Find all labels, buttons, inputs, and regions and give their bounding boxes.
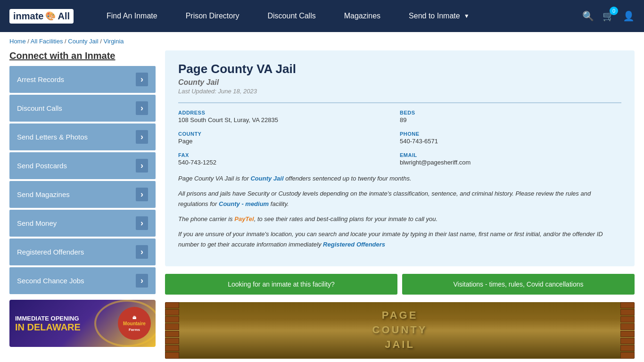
arrow-icon: › — [136, 274, 148, 288]
ad-immediate-text: IMMEDIATE OPENING — [15, 315, 81, 322]
sidebar-item-send-magazines[interactable]: Send Magazines › — [9, 181, 156, 208]
logo-icon: 🎨 — [45, 11, 56, 21]
facility-details: ADDRESS 108 South Court St, Luray, VA 22… — [178, 102, 621, 166]
arrow-icon: › — [136, 130, 148, 144]
search-button[interactable]: 🔍 — [582, 10, 594, 22]
registered-offenders-link[interactable]: Registered Offenders — [323, 241, 385, 248]
nav-discount-calls[interactable]: Discount Calls — [253, 0, 330, 32]
facility-updated: Last Updated: June 18, 2023 — [178, 88, 621, 95]
dropdown-arrow-icon: ▼ — [464, 13, 470, 19]
ad-text: IMMEDIATE OPENING IN DELAWARE — [15, 315, 81, 332]
address-label: ADDRESS — [178, 110, 400, 115]
logo[interactable]: inmate 🎨 All — [9, 9, 74, 24]
ad-logo-name: 🏔 Mountaire Farms — [123, 314, 146, 332]
sidebar-item-send-money[interactable]: Send Money › — [9, 210, 156, 237]
nav-links: Find An Inmate Prison Directory Discount… — [92, 0, 582, 32]
find-inmate-button[interactable]: Looking for an inmate at this facility? — [165, 274, 397, 295]
sidebar-menu: Arrest Records › Discount Calls › Send L… — [9, 66, 156, 294]
desc-4: If you are unsure of your inmate's locat… — [178, 229, 621, 250]
fax-value: 540-743-1252 — [178, 159, 400, 166]
facility-description: Page County VA Jail is for County Jail o… — [178, 173, 621, 250]
navbar: inmate 🎨 All Find An Inmate Prison Direc… — [0, 0, 644, 32]
sidebar-item-arrest-records[interactable]: Arrest Records › — [9, 66, 156, 93]
ad-logo: 🏔 Mountaire Farms — [118, 307, 151, 340]
logo-text: inmate — [13, 11, 43, 22]
sidebar-item-send-letters[interactable]: Send Letters & Photos › — [9, 123, 156, 150]
detail-col-left: ADDRESS 108 South Court St, Luray, VA 22… — [178, 110, 400, 166]
detail-phone: PHONE 540-743-6571 — [400, 131, 621, 145]
paytel-link[interactable]: PayTel — [234, 215, 254, 222]
ad-logo-circle: 🏔 Mountaire Farms — [118, 307, 151, 340]
phone-label: PHONE — [400, 131, 621, 137]
sidebar: Connect with an Inmate Arrest Records › … — [9, 50, 156, 359]
detail-fax: FAX 540-743-1252 — [178, 152, 400, 166]
desc-2: All prisons and jails have Security or C… — [178, 189, 621, 209]
content: Page County VA Jail County Jail Last Upd… — [165, 50, 635, 359]
logo-all: All — [58, 11, 70, 22]
breadcrumb-state[interactable]: Virginia — [103, 38, 124, 45]
cart-badge: 0 — [610, 7, 618, 15]
sidebar-item-discount-calls[interactable]: Discount Calls › — [9, 95, 156, 122]
visitations-button[interactable]: Visitations - times, rules, Covid cancel… — [402, 274, 635, 295]
main-layout: Connect with an Inmate Arrest Records › … — [0, 50, 644, 359]
nav-magazines[interactable]: Magazines — [330, 0, 395, 32]
breadcrumb-county-jail[interactable]: County Jail — [68, 38, 98, 45]
detail-county: COUNTY Page — [178, 131, 400, 145]
arrow-icon: › — [136, 73, 148, 86]
brick-left-decoration — [165, 302, 179, 359]
desc-3: The phone carrier is PayTel, to see thei… — [178, 214, 621, 224]
arrow-icon: › — [136, 188, 148, 201]
arrow-icon: › — [136, 216, 148, 230]
address-value: 108 South Court St, Luray, VA 22835 — [178, 116, 400, 123]
nav-find-inmate[interactable]: Find An Inmate — [92, 0, 172, 32]
sidebar-item-registered-offenders[interactable]: Registered Offenders › — [9, 239, 156, 265]
email-value: blwright@pagesheriff.com — [400, 159, 621, 166]
cart-button[interactable]: 🛒 0 — [603, 10, 614, 22]
ad-banner[interactable]: IMMEDIATE OPENING IN DELAWARE 🏔 Mountair… — [9, 300, 156, 347]
nav-send-to-inmate[interactable]: Send to Inmate ▼ — [395, 0, 483, 32]
arrow-icon: › — [136, 101, 148, 115]
detail-beds: BEDS 89 — [400, 110, 621, 123]
phone-value: 540-743-6571 — [400, 138, 621, 145]
email-label: EMAIL — [400, 152, 621, 158]
facility-name: Page County VA Jail — [178, 62, 621, 76]
arrow-icon: › — [136, 159, 148, 173]
sidebar-item-second-chance-jobs[interactable]: Second Chance Jobs › — [9, 267, 156, 294]
county-medium-link[interactable]: County - medium — [219, 200, 269, 207]
sidebar-title: Connect with an Inmate — [9, 50, 156, 61]
user-button[interactable]: 👤 — [623, 10, 635, 22]
arrow-icon: › — [136, 245, 148, 259]
facility-type: County Jail — [178, 78, 621, 87]
ad-delaware-text: IN DELAWARE — [15, 322, 81, 332]
facility-card: Page County VA Jail County Jail Last Upd… — [165, 50, 635, 266]
county-value: Page — [178, 138, 400, 145]
county-label: COUNTY — [178, 131, 400, 137]
action-buttons: Looking for an inmate at this facility? … — [165, 274, 635, 295]
image-overlay — [165, 302, 635, 359]
nav-icons: 🔍 🛒 0 👤 — [582, 10, 635, 22]
detail-col-right: BEDS 89 PHONE 540-743-6571 EMAIL blwrigh… — [400, 110, 621, 166]
brick-right-decoration — [620, 302, 635, 359]
fax-label: FAX — [178, 152, 400, 158]
beds-label: BEDS — [400, 110, 621, 115]
breadcrumb: Home / All Facilities / County Jail / Vi… — [0, 32, 644, 50]
county-jail-link[interactable]: County Jail — [250, 175, 283, 182]
breadcrumb-home[interactable]: Home — [9, 38, 26, 45]
facility-image: PAGE COUNTY JAIL — [165, 302, 635, 359]
nav-prison-directory[interactable]: Prison Directory — [172, 0, 254, 32]
detail-address: ADDRESS 108 South Court St, Luray, VA 22… — [178, 110, 400, 123]
detail-email: EMAIL blwright@pagesheriff.com — [400, 152, 621, 166]
sidebar-item-send-postcards[interactable]: Send Postcards › — [9, 152, 156, 179]
breadcrumb-all-facilities[interactable]: All Facilities — [31, 38, 63, 45]
desc-1: Page County VA Jail is for County Jail o… — [178, 173, 621, 184]
beds-value: 89 — [400, 116, 621, 123]
